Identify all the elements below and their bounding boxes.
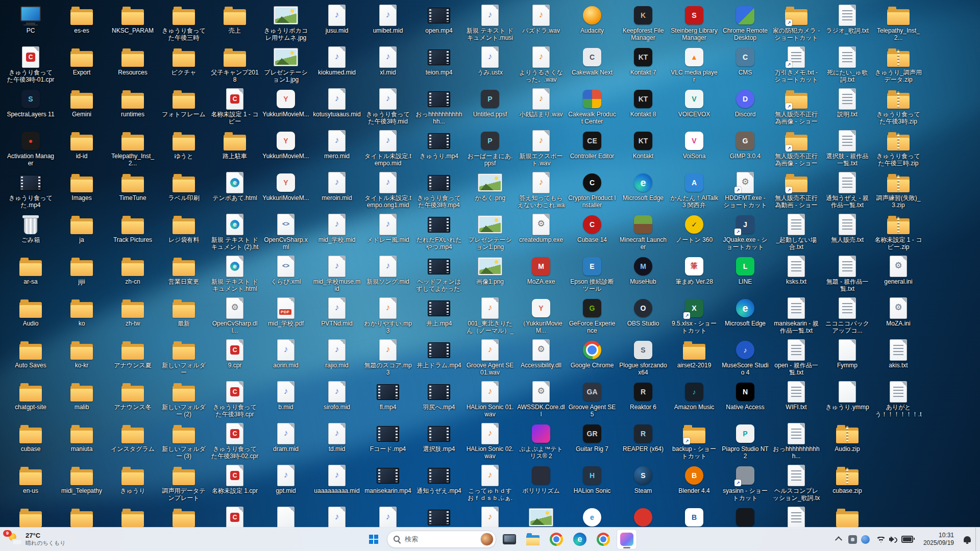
desktop-icon[interactable]: 新規エクスポート.wav <box>516 130 567 170</box>
desktop-icon[interactable]: LLINE <box>720 255 771 296</box>
desktop-icon[interactable]: 無人販売不正行為画像 - ショートカツ... <box>771 88 822 129</box>
desktop-icon[interactable]: syasinn - ショートカット <box>720 464 771 505</box>
desktop-icon[interactable]: アナウンス冬 <box>107 381 158 421</box>
desktop-icon[interactable]: ありがとう！！！！！！.txt <box>873 381 924 421</box>
desktop-icon[interactable]: Track Pictures <box>107 213 158 254</box>
desktop-icon[interactable]: mid_学校.mid <box>311 213 362 254</box>
desktop-icon[interactable]: きゅうり食ってた午後3時.cpr <box>209 381 260 421</box>
desktop-icon[interactable]: ko-kr <box>56 339 107 380</box>
desktop-icon[interactable]: Microsoft Edge <box>720 297 771 338</box>
desktop-icon[interactable]: 選択肢.mp4 <box>413 422 464 463</box>
desktop-icon[interactable]: manisekarin - 親作品一覧.txt <box>771 297 822 338</box>
system-tray-quick-settings[interactable] <box>872 529 917 549</box>
desktop-icon[interactable]: こってゅｈｄすおｆｄｓｂふぁ.wav <box>464 464 516 505</box>
desktop-icon[interactable]: 名称未設定 1 - コピー.zip <box>873 213 924 254</box>
notification-center-button[interactable] <box>960 529 974 549</box>
desktop-icon[interactable]: es-es <box>56 4 107 45</box>
show-desktop-button[interactable] <box>975 528 979 551</box>
desktop-icon[interactable]: 父子キャンプ2018 <box>209 46 260 87</box>
desktop-icon[interactable]: プレゼンテーション1.jpg <box>260 46 311 87</box>
tray-app-icon-2[interactable] <box>861 535 870 544</box>
desktop-icon[interactable]: OpenCvSharp.xml <box>260 213 311 254</box>
desktop-icon[interactable]: ぷよぷよ™テトリス® 2 <box>516 422 567 463</box>
desktop-icon[interactable]: 9.cpr <box>209 339 260 380</box>
taskbar-app-chrome[interactable] <box>546 529 567 549</box>
desktop-icon[interactable]: meroin.mid <box>311 171 362 212</box>
desktop-icon[interactable]: ごみ箱 <box>5 213 56 254</box>
desktop-icon[interactable]: 新規 テキスト ドキュメント.musicxml <box>464 4 516 45</box>
desktop-icon[interactable]: manisekarin.mp4 <box>362 464 413 505</box>
desktop-icon[interactable]: Pおーばーまにあ.ppsf <box>464 130 516 170</box>
desktop-icon[interactable]: 死にたい_ゅ歌詞.txt <box>822 46 873 87</box>
desktop-icon[interactable]: 井上ドラム.mp4 <box>413 339 464 380</box>
taskbar-app-desktop-window[interactable] <box>499 529 520 549</box>
desktop-icon[interactable]: テンポあて.html <box>209 171 260 212</box>
desktop-icon[interactable]: きゅうり.ymmp <box>822 381 873 421</box>
desktop-icon[interactable]: 新しいフォルダー (2) <box>158 381 209 421</box>
desktop-icon[interactable]: BBlender 4.4 <box>669 464 720 505</box>
desktop-icon[interactable]: 無人販売.txt <box>822 213 873 254</box>
desktop-icon[interactable]: kotusytuaaus.mid <box>311 88 362 129</box>
desktop-icon[interactable]: きゅうり食ってた午後3時.zip <box>873 88 924 129</box>
desktop-icon[interactable]: sirofo.mid <box>311 381 362 421</box>
desktop-icon[interactable]: Audio <box>5 297 56 338</box>
desktop-icon[interactable]: Images <box>56 171 107 212</box>
desktop-icon[interactable]: よりうるさくなった。.wav <box>516 46 567 87</box>
desktop-icon[interactable]: ja <box>56 213 107 254</box>
desktop-icon[interactable]: akis.txt <box>873 339 924 380</box>
desktop-icon[interactable]: Aかんたん！AITalk 3 関西弁 <box>669 171 720 212</box>
desktop-icon[interactable]: fl.mp4 <box>362 381 413 421</box>
desktop-icon[interactable]: general.ini <box>873 255 924 296</box>
desktop-icon[interactable]: KTKontakt 8 <box>618 88 669 129</box>
desktop-icon[interactable]: きゅうり食ってた.mp4 <box>5 171 56 212</box>
desktop-icon[interactable]: KTKontakt 7 <box>618 46 669 87</box>
desktop-icon[interactable]: kiokumed.mid <box>311 46 362 87</box>
desktop-icon[interactable]: SPlogue sforzando x64 <box>618 339 669 380</box>
desktop-icon[interactable]: きゅうり.mp4 <box>413 130 464 170</box>
desktop-icon[interactable]: 無題のスコア.mp3 <box>362 339 413 380</box>
desktop-icon[interactable]: YYukkuriMovieM... <box>260 130 311 170</box>
desktop-icon[interactable]: mid_学校muse.mid <box>311 255 362 296</box>
search-daily-image[interactable] <box>480 533 494 546</box>
desktop-icon[interactable]: 名称未設定 1 - コピー <box>209 88 260 129</box>
desktop-icon[interactable]: Auto Saves <box>5 339 56 380</box>
desktop-icon[interactable]: メドレー風.mid <box>362 213 413 254</box>
desktop-icon[interactable]: aorin.mid <box>260 339 311 380</box>
desktop-icon[interactable]: MMoZA.exe <box>516 255 567 296</box>
desktop-icon[interactable]: PPiapro Studio NT2 <box>720 422 771 463</box>
desktop-icon[interactable]: NKSC_PARAM <box>107 4 158 45</box>
desktop-icon[interactable]: CCubase 14 <box>567 213 618 254</box>
desktop-icon[interactable]: GRGuitar Rig 7 <box>567 422 618 463</box>
desktop-icon[interactable]: VVOICEVOX <box>669 88 720 129</box>
desktop-icon[interactable]: midi_Telepathy <box>56 464 107 505</box>
desktop-icon[interactable]: chatgpt-site <box>5 381 56 421</box>
desktop-icon[interactable]: runtimes <box>107 88 158 129</box>
desktop-icon[interactable]: インスタグラム <box>107 422 158 463</box>
desktop-icon[interactable]: だれだFXいれたやつ.mp4 <box>413 213 464 254</box>
start-button[interactable] <box>363 529 384 549</box>
desktop-icon[interactable]: SSpectraLayers 11 <box>5 88 56 129</box>
desktop-icon[interactable]: backup - ショートカット <box>669 422 720 463</box>
desktop-icon[interactable]: タイトル未設定.tempo.ong1.mid <box>362 171 413 212</box>
desktop-icon[interactable]: フォトフレーム <box>158 88 209 129</box>
desktop-icon[interactable]: Y（YukkuriMovieM... <box>516 297 567 338</box>
desktop-icon[interactable]: MoZA.ini <box>873 297 924 338</box>
desktop-icon[interactable]: open - 親作品一覧.txt <box>771 339 822 380</box>
desktop-icon[interactable]: きゅうり食ってた午後三時.zip <box>873 130 924 170</box>
tray-overflow-button[interactable] <box>831 529 846 549</box>
desktop-icon[interactable]: Telepathy_Inst_2... <box>107 130 158 170</box>
desktop-icon[interactable]: かるく.png <box>464 171 516 212</box>
desktop-icon[interactable]: umibet.mid <box>362 4 413 45</box>
desktop-icon[interactable]: 最新 <box>158 297 209 338</box>
desktop-icon[interactable]: GAGroove Agent SE 5 <box>567 381 618 421</box>
tray-app-icon-1[interactable] <box>848 535 857 544</box>
desktop-icon[interactable]: 無人販売不正行為動画 - ショートカット <box>771 171 822 212</box>
desktop-icon[interactable]: きゅうりボカコレ用サムネ.jpg <box>260 4 311 45</box>
desktop-icon[interactable]: HHALion Sonic <box>567 464 618 505</box>
desktop-icon[interactable]: 無題 - 親作品一覧.txt <box>822 255 873 296</box>
desktop-icon[interactable]: レジ袋有料 <box>158 213 209 254</box>
desktop-icon[interactable]: Telepathy_Inst_2... <box>873 4 924 45</box>
desktop-icon[interactable]: Audacity <box>567 4 618 45</box>
desktop-icon[interactable]: ニコニコバックアップコ... <box>822 297 873 338</box>
desktop-icon[interactable]: cubase.zip <box>822 464 873 505</box>
